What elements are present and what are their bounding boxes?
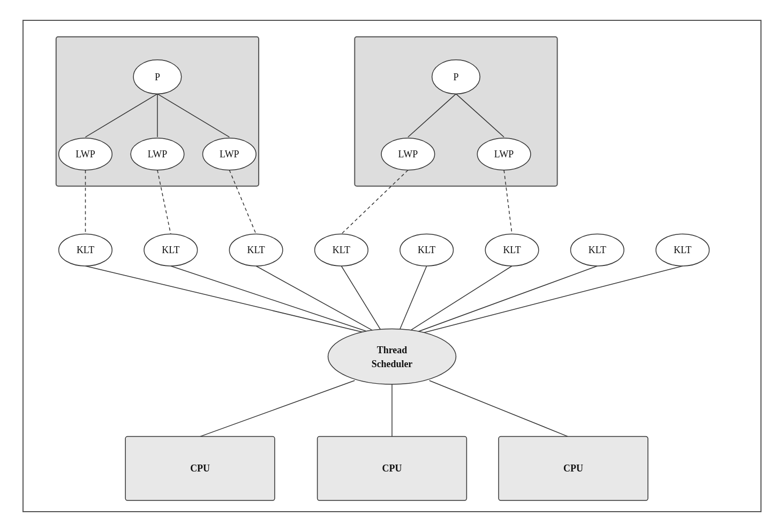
scheduler-label-1: Thread [377,345,407,355]
klt-label-1: KLT [77,245,94,255]
svg-line-17 [413,266,683,335]
svg-line-15 [403,266,512,335]
klt-label-7: KLT [589,245,606,255]
svg-line-18 [200,381,355,437]
lwp-label-1-2: LWP [148,149,168,159]
klt-label-4: KLT [333,245,350,255]
process-box-2 [355,37,557,186]
lwp-label-2-1: LWP [398,149,418,159]
process-label-2: P [453,72,458,82]
svg-line-16 [408,266,597,335]
klt-label-8: KLT [674,245,691,255]
klt-label-3: KLT [247,245,265,255]
svg-line-14 [397,266,427,335]
lwp-label-1-1: LWP [76,149,95,159]
process-label-1: P [155,72,160,82]
svg-line-20 [429,381,568,437]
cpu-label-3: CPU [563,463,583,474]
klt-label-2: KLT [162,245,179,255]
diagram-container: P P LWP LWP LWP LWP LWP [22,20,762,512]
lwp-label-1-3: LWP [220,149,239,159]
klt-label-5: KLT [418,245,435,255]
klt-label-6: KLT [503,245,521,255]
scheduler-label-2: Scheduler [372,359,413,369]
lwp-label-2-2: LWP [494,149,514,159]
cpu-label-2: CPU [382,463,402,474]
svg-line-10 [86,266,376,335]
cpu-label-1: CPU [190,463,210,474]
thread-scheduler [328,329,456,384]
